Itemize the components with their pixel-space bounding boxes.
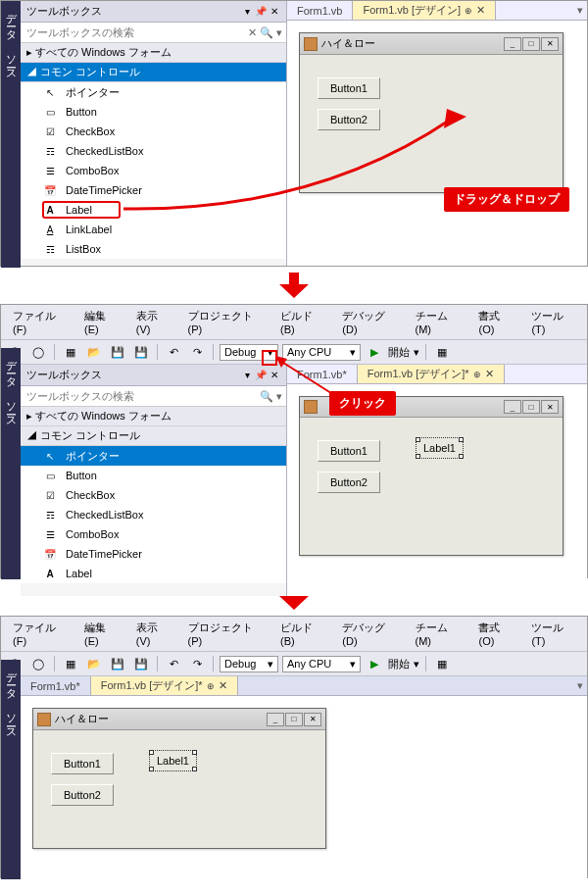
menu-project[interactable]: プロジェクト(P) xyxy=(180,307,271,337)
redo-icon[interactable]: ↷ xyxy=(187,654,207,673)
chevron-down-icon[interactable]: ▾ xyxy=(276,390,282,403)
tab-design[interactable]: Form1.vb [デザイン] ⊕✕ xyxy=(353,1,496,20)
misc-icon[interactable]: ▦ xyxy=(432,654,452,673)
toolbox-search-input[interactable] xyxy=(24,25,248,40)
start-label[interactable]: 開始 xyxy=(388,657,410,671)
sidebar-datasource[interactable]: データ ソース xyxy=(4,354,19,573)
config-combo[interactable]: Debug▾ xyxy=(220,656,278,672)
menu-file[interactable]: ファイル(F) xyxy=(5,307,74,337)
menu-format[interactable]: 書式(O) xyxy=(470,619,521,649)
close-icon[interactable]: ✕ xyxy=(485,368,494,380)
close-button[interactable]: ✕ xyxy=(541,400,559,414)
group-common-controls[interactable]: ◢ コモン コントロール xyxy=(21,426,286,446)
item-combobox[interactable]: ☰ComboBox xyxy=(21,161,286,180)
menu-file[interactable]: ファイル(F) xyxy=(5,619,74,649)
undo-icon[interactable]: ↶ xyxy=(164,342,183,362)
nav-fwd-icon[interactable]: ◯ xyxy=(28,654,48,673)
minimize-button[interactable]: _ xyxy=(504,400,521,414)
menu-tool[interactable]: ツール(T) xyxy=(523,619,583,649)
menu-debug[interactable]: デバッグ(D) xyxy=(334,619,405,649)
open-icon[interactable]: 📂 xyxy=(84,342,104,362)
pin-icon[interactable]: 📌 xyxy=(255,370,267,381)
item-button[interactable]: ▭Button xyxy=(21,466,286,485)
clear-icon[interactable]: ✕ xyxy=(248,26,257,39)
menu-edit[interactable]: 編集(E) xyxy=(76,307,126,337)
label1-control[interactable]: Label1 xyxy=(419,441,460,455)
item-datetimepicker[interactable]: 📅DateTimePicker xyxy=(21,180,286,200)
minimize-button[interactable]: _ xyxy=(504,37,521,51)
redo-icon[interactable]: ↷ xyxy=(187,342,207,362)
item-checkbox[interactable]: ☑CheckBox xyxy=(21,485,286,505)
item-linklabel[interactable]: ALinkLabel xyxy=(21,220,286,239)
save-icon[interactable]: 💾 xyxy=(108,654,127,673)
sidebar-datasource[interactable]: データ ソース xyxy=(4,7,19,262)
new-icon[interactable]: ▦ xyxy=(61,654,80,673)
item-pointer[interactable]: ↖ポインター xyxy=(21,82,286,102)
sidebar-datasource[interactable]: データ ソース xyxy=(4,666,19,873)
search-icon[interactable]: 🔍 xyxy=(260,26,273,39)
nav-fwd-icon[interactable]: ◯ xyxy=(28,342,48,362)
item-listbox[interactable]: ☶ListBox xyxy=(21,239,286,259)
button2[interactable]: Button2 xyxy=(318,472,380,493)
tab-design[interactable]: Form1.vb [デザイン]* ⊕ ✕ xyxy=(91,676,238,695)
chevron-down-icon[interactable]: ▾ xyxy=(276,26,282,39)
platform-combo[interactable]: Any CPU▾ xyxy=(282,344,361,361)
group-all-winforms[interactable]: ▸ すべての Windows フォーム xyxy=(21,407,286,426)
close-icon[interactable]: ✕ xyxy=(219,679,227,692)
dropdown-icon[interactable]: ▾ xyxy=(241,370,253,381)
item-pointer[interactable]: ↖ポインター xyxy=(21,446,286,466)
menu-team[interactable]: チーム(M) xyxy=(408,619,469,649)
dropdown-icon[interactable]: ▾ xyxy=(241,6,253,18)
tab-code[interactable]: Form1.vb* xyxy=(21,676,91,695)
label1-control[interactable]: Label1 xyxy=(153,754,193,768)
button2[interactable]: Button2 xyxy=(51,784,114,806)
platform-combo[interactable]: Any CPU▾ xyxy=(282,656,361,672)
saveall-icon[interactable]: 💾 xyxy=(131,654,151,673)
form-designer[interactable]: ハイ＆ロー _ □ ✕ Button1 Button2 Labe xyxy=(32,708,326,849)
close-button[interactable]: ✕ xyxy=(541,37,559,51)
item-checkedlistbox[interactable]: ☶CheckedListBox xyxy=(21,141,286,161)
menu-view[interactable]: 表示(V) xyxy=(128,307,178,337)
menu-team[interactable]: チーム(M) xyxy=(408,307,469,337)
search-icon[interactable]: 🔍 xyxy=(260,390,273,403)
button1[interactable]: Button1 xyxy=(51,753,114,774)
minimize-button[interactable]: _ xyxy=(267,713,284,726)
maximize-button[interactable]: □ xyxy=(522,37,540,51)
button2[interactable]: Button2 xyxy=(318,109,380,130)
item-button[interactable]: ▭Button xyxy=(21,102,286,122)
button1[interactable]: Button1 xyxy=(318,440,380,462)
tab-code[interactable]: Form1.vb* xyxy=(287,365,358,383)
toolbox-search-input[interactable] xyxy=(24,388,260,404)
new-icon[interactable]: ▦ xyxy=(61,342,80,362)
item-checkbox[interactable]: ☑CheckBox xyxy=(21,122,286,141)
item-checkedlistbox[interactable]: ☶CheckedListBox xyxy=(21,505,286,524)
group-common-controls[interactable]: ◢ コモン コントロール xyxy=(21,63,286,82)
pin-icon[interactable]: 📌 xyxy=(255,6,267,18)
misc-icon[interactable]: ▦ xyxy=(432,342,452,362)
tab-dropdown-icon[interactable]: ▾ xyxy=(573,4,587,17)
menu-view[interactable]: 表示(V) xyxy=(128,619,178,649)
button1[interactable]: Button1 xyxy=(318,77,380,99)
start-icon[interactable]: ▶ xyxy=(365,342,384,362)
tab-design[interactable]: Form1.vb [デザイン]* ⊕ ✕ xyxy=(358,365,505,383)
item-combobox[interactable]: ☰ComboBox xyxy=(21,524,286,544)
start-label[interactable]: 開始 xyxy=(388,345,410,360)
menu-tool[interactable]: ツール(T) xyxy=(523,307,583,337)
pin-icon[interactable]: ⊕ xyxy=(465,6,472,16)
menu-format[interactable]: 書式(O) xyxy=(470,307,521,337)
menu-debug[interactable]: デバッグ(D) xyxy=(334,307,405,337)
maximize-button[interactable]: □ xyxy=(522,400,540,414)
close-icon[interactable]: ✕ xyxy=(269,6,280,18)
tab-dropdown-icon[interactable]: ▾ xyxy=(573,679,587,692)
item-label[interactable]: ALabel xyxy=(21,564,286,583)
save-icon[interactable]: 💾 xyxy=(108,342,127,362)
close-button[interactable]: ✕ xyxy=(304,713,321,726)
open-icon[interactable]: 📂 xyxy=(84,654,104,673)
close-icon[interactable]: ✕ xyxy=(476,4,485,17)
undo-icon[interactable]: ↶ xyxy=(164,654,183,673)
item-datetimepicker[interactable]: 📅DateTimePicker xyxy=(21,544,286,564)
group-all-winforms[interactable]: ▸ すべての Windows フォーム xyxy=(21,43,286,63)
menu-build[interactable]: ビルド(B) xyxy=(272,619,332,649)
close-icon[interactable]: ✕ xyxy=(269,370,280,381)
menu-build[interactable]: ビルド(B) xyxy=(272,307,332,337)
